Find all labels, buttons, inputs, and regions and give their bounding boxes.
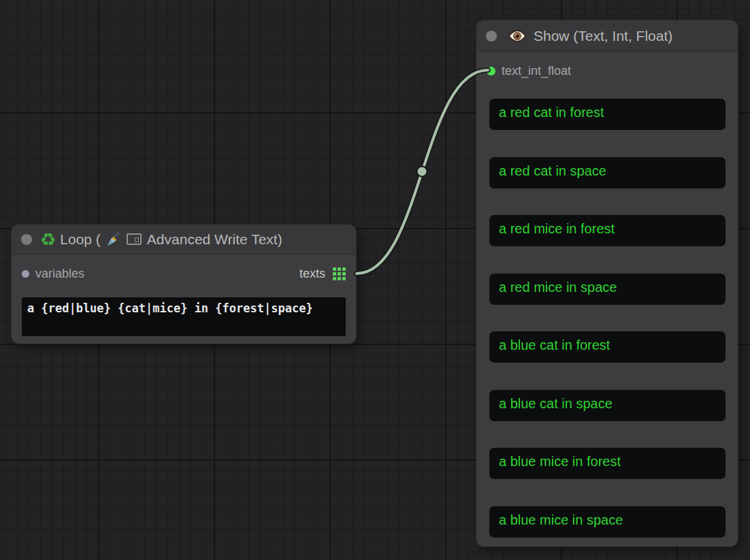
node-show-text-int-float[interactable]: Show (Text, Int, Float) text_int_float a… — [476, 20, 738, 546]
collapse-dot[interactable] — [21, 234, 32, 245]
show-node-header[interactable]: Show (Text, Int, Float) — [476, 20, 738, 52]
show-node-title: Show (Text, Int, Float) — [534, 28, 672, 44]
eye-icon — [508, 29, 527, 43]
output-label-texts: texts — [299, 267, 325, 281]
input-label-variables: variables — [35, 267, 84, 281]
node-loop-advanced-write-text[interactable]: ♻ Loop ( Advanced Write Text) — [12, 225, 356, 344]
list-grid-icon[interactable] — [333, 267, 346, 280]
frame-icon — [127, 233, 142, 245]
recycle-icon: ♻ — [40, 231, 56, 248]
loop-node-body: variables texts a {red|blue} {cat|mice} … — [12, 261, 356, 336]
output-slot-texts[interactable]: texts — [299, 267, 346, 281]
input-label-text-int-float: text_int_float — [502, 64, 571, 78]
wire-reroute-dot[interactable] — [417, 167, 427, 177]
input-dot-variables[interactable] — [22, 270, 29, 278]
text-template-input[interactable]: a {red|blue} {cat|mice} in {forest|space… — [22, 297, 346, 336]
show-output-list: a red cat in forest a red cat in space a… — [489, 99, 725, 538]
output-text-row: a blue cat in forest — [489, 331, 725, 363]
input-slot-text-int-float[interactable]: text_int_float — [487, 64, 571, 78]
output-text-row: a blue mice in space — [489, 506, 725, 538]
loop-title-suffix: Advanced Write Text) — [147, 231, 282, 248]
collapse-dot[interactable] — [486, 31, 497, 42]
output-text-row: a red mice in space — [489, 274, 725, 305]
output-text-row: a red cat in forest — [489, 99, 725, 130]
fountain-pen-icon — [104, 230, 123, 249]
output-text-row: a red mice in forest — [489, 215, 725, 246]
node-graph-canvas[interactable]: ♻ Loop ( Advanced Write Text) — [0, 0, 750, 560]
output-text-row: a blue mice in forest — [489, 448, 725, 479]
output-text-row: a red cat in space — [489, 157, 725, 188]
output-text-row: a blue cat in space — [489, 390, 725, 421]
loop-node-header[interactable]: ♻ Loop ( Advanced Write Text) — [12, 225, 356, 254]
loop-node-title: Loop ( Advanced Write Text) — [60, 230, 282, 249]
loop-title-prefix: Loop ( — [60, 231, 101, 248]
input-slot-variables[interactable]: variables — [22, 267, 84, 281]
